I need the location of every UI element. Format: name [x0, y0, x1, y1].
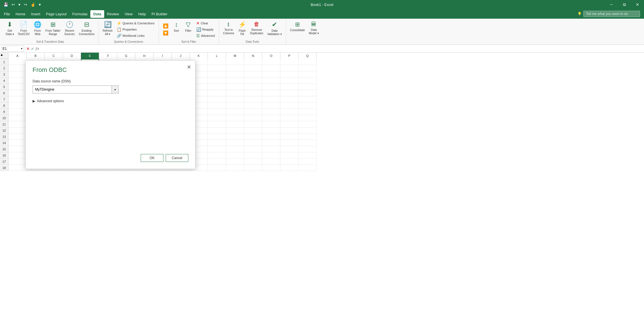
dsn-select[interactable]: MyTDengine Other DSN 1 Other DSN 2: [33, 85, 112, 93]
sort-button[interactable]: ↕ Sort: [171, 20, 182, 39]
formula-bar-divider: [25, 46, 25, 52]
touch-mode-icon[interactable]: ☝: [29, 2, 37, 7]
minimize-button[interactable]: ─: [605, 0, 618, 9]
ribbon: ⬇ GetData ▾ 📄 FromText/CSV 🌐 FromWeb ⊞ F…: [0, 19, 644, 45]
ribbon-group-data-tools: ⫿ Text toColumns ⚡ FlashFill 🗑 RemoveDup…: [219, 20, 286, 44]
from-table-range-button[interactable]: ⊞ From Table/Range: [44, 20, 62, 39]
recent-sources-icon: 🕐: [66, 21, 73, 28]
cell-reference-box[interactable]: E1 ▾: [1, 46, 24, 52]
insert-function-icon[interactable]: ƒx: [35, 47, 39, 51]
restore-button[interactable]: ⧉: [618, 0, 631, 9]
remove-duplicates-button[interactable]: 🗑 RemoveDuplicates: [248, 20, 265, 39]
data-validation-label: DataValidation ▾: [267, 29, 282, 36]
refresh-all-button[interactable]: 🔄 RefreshAll ▾: [101, 20, 114, 39]
consolidate-icon: ⊞: [295, 21, 300, 28]
data-model-icon: 🏛: [311, 21, 317, 27]
refresh-all-icon: 🔄: [104, 21, 112, 28]
menu-pi-builder[interactable]: PI Builder: [149, 10, 170, 18]
formula-input[interactable]: [40, 46, 643, 52]
filter-button[interactable]: ▽ Filter: [183, 20, 194, 39]
text-to-columns-button[interactable]: ⫿ Text toColumns: [221, 20, 236, 39]
app-title: Book1 - Excel: [311, 3, 333, 7]
clear-reapply-advanced: ✕ Clear 🔄 Reapply ☰ Advanced: [195, 20, 217, 39]
menu-insert[interactable]: Insert: [28, 10, 43, 18]
workbook-links-label: Workbook Links: [123, 34, 145, 37]
from-odbc-dialog: ✕ From ODBC Data source name (DSN) MyTDe…: [25, 60, 195, 169]
reapply-icon: 🔄: [196, 27, 201, 32]
queries-connections-label: Queries & Connections: [123, 22, 155, 25]
menu-view[interactable]: View: [122, 10, 135, 18]
menu-help[interactable]: Help: [135, 10, 149, 18]
undo-dropdown-icon[interactable]: ▾: [17, 2, 22, 7]
from-text-csv-button[interactable]: 📄 FromText/CSV: [16, 20, 31, 39]
existing-connections-button[interactable]: ⊟ ExistingConnections: [77, 20, 96, 39]
ok-button[interactable]: OK: [141, 154, 163, 162]
existing-connections-icon: ⊟: [84, 21, 89, 28]
dialog-footer: OK Cancel: [33, 154, 188, 162]
flash-fill-button[interactable]: ⚡ FlashFill: [236, 20, 248, 39]
existing-connections-label: ExistingConnections: [79, 29, 95, 36]
from-text-csv-label: FromText/CSV: [18, 29, 30, 36]
misc-label: [304, 40, 305, 43]
spreadsheet-container: ▲ A B C D E F G H I J K L M N O P Q 1234…: [0, 53, 644, 171]
misc-buttons: ⊞ Consolidate 🏛 DataModel ▾: [288, 20, 321, 39]
cancel-button[interactable]: Cancel: [166, 154, 188, 162]
sort-label: Sort: [174, 29, 179, 33]
close-button[interactable]: ✕: [631, 0, 644, 9]
sort-az-za: 🔼 🔽: [161, 20, 170, 39]
from-web-label: FromWeb: [34, 29, 41, 36]
dsn-select-container: MyTDengine Other DSN 1 Other DSN 2 ▾: [33, 85, 188, 93]
quick-access-toolbar: 💾 ↩ ▾ ↪ ☝ ▾: [2, 2, 42, 7]
sort-az-button[interactable]: 🔼: [161, 22, 170, 29]
formula-action-buttons: ✕ ✓ ƒx: [26, 46, 39, 51]
from-web-icon: 🌐: [34, 21, 41, 28]
workbook-links-button[interactable]: 🔗 Workbook Links: [115, 33, 156, 39]
sort-az-icon: 🔼: [163, 23, 169, 29]
cancel-formula-icon[interactable]: ✕: [26, 46, 30, 51]
save-icon[interactable]: 💾: [2, 2, 9, 7]
get-data-button[interactable]: ⬇ GetData ▾: [4, 20, 16, 39]
menu-data[interactable]: Data: [90, 10, 104, 18]
advanced-options-chevron-icon: ▶: [33, 99, 35, 103]
advanced-button[interactable]: ☰ Advanced: [195, 33, 217, 39]
search-lightbulb-icon: 💡: [577, 12, 582, 16]
data-tools-buttons: ⫿ Text toColumns ⚡ FlashFill 🗑 RemoveDup…: [221, 20, 283, 39]
dialog-close-button[interactable]: ✕: [187, 64, 191, 70]
confirm-formula-icon[interactable]: ✓: [31, 46, 34, 51]
consolidate-button[interactable]: ⊞ Consolidate: [288, 20, 307, 39]
redo-icon[interactable]: ↪: [23, 2, 28, 7]
queries-connections-button[interactable]: ⚡ Queries & Connections: [115, 20, 156, 26]
data-model-label: DataModel ▾: [309, 28, 319, 35]
clear-button[interactable]: ✕ Clear: [195, 20, 217, 26]
queries-connections-icon: ⚡: [117, 21, 121, 25]
advanced-label: Advanced: [201, 34, 215, 37]
text-to-columns-label: Text toColumns: [223, 28, 234, 35]
queries-small-buttons: ⚡ Queries & Connections 📋 Properties 🔗 W…: [115, 20, 156, 39]
menu-review[interactable]: Review: [104, 10, 122, 18]
menu-home[interactable]: Home: [13, 10, 28, 18]
properties-button[interactable]: 📋 Properties: [115, 26, 156, 33]
dsn-dropdown-button[interactable]: ▾: [112, 85, 119, 93]
ribbon-group-get-transform: ⬇ GetData ▾ 📄 FromText/CSV 🌐 FromWeb ⊞ F…: [2, 20, 99, 44]
undo-icon[interactable]: ↩: [10, 2, 16, 7]
customize-qat-icon[interactable]: ▾: [38, 2, 42, 7]
advanced-options-label: Advanced options: [37, 99, 64, 103]
data-model-button[interactable]: 🏛 DataModel ▾: [307, 20, 321, 39]
sort-za-button[interactable]: 🔽: [161, 29, 170, 37]
menu-formulas[interactable]: Formulas: [69, 10, 90, 18]
search-input[interactable]: [583, 11, 640, 17]
dialog-title: From ODBC: [33, 66, 188, 74]
recent-sources-button[interactable]: 🕐 RecentSources: [63, 20, 76, 39]
from-web-button[interactable]: 🌐 FromWeb: [32, 20, 43, 39]
cell-ref-dropdown-icon[interactable]: ▾: [21, 47, 22, 50]
cell-ref-value: E1: [3, 47, 7, 51]
advanced-options-toggle[interactable]: ▶ Advanced options: [33, 99, 188, 103]
menu-page-layout[interactable]: Page Layout: [43, 10, 69, 18]
ribbon-group-sort-filter: 🔼 🔽 ↕ Sort ▽ Filter ✕ Clear 🔄: [159, 20, 219, 44]
menu-search-area: 💡: [577, 11, 640, 17]
data-validation-button[interactable]: ✔ DataValidation ▾: [266, 20, 283, 39]
menu-file[interactable]: File: [1, 10, 13, 18]
sort-za-icon: 🔽: [163, 30, 169, 36]
consolidate-label: Consolidate: [290, 29, 305, 32]
reapply-button[interactable]: 🔄 Reapply: [195, 26, 217, 33]
